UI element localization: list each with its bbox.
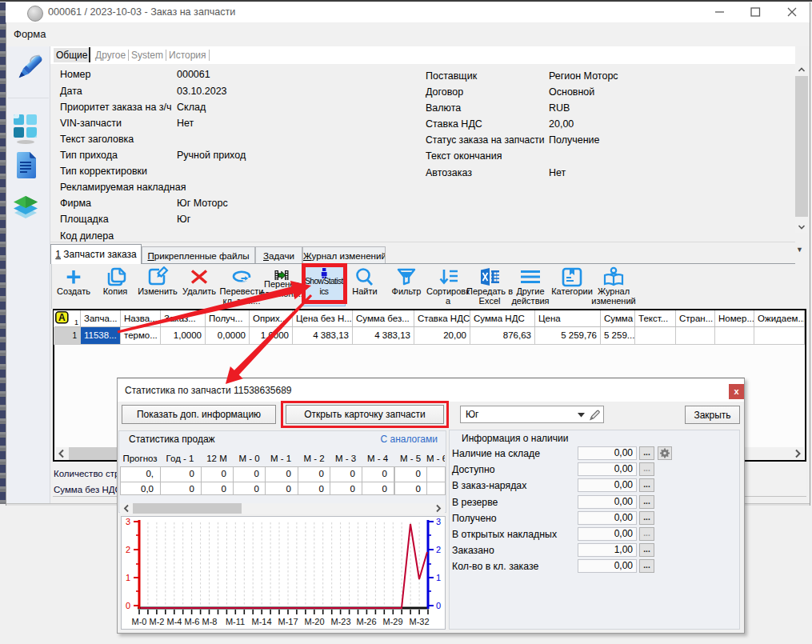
svg-text:М-11: М-11: [226, 617, 245, 626]
svg-text:М-23: М-23: [330, 617, 350, 626]
svg-text:1: 1: [126, 573, 130, 582]
svg-text:0: 0: [126, 601, 130, 610]
svg-text:М-4: М-4: [167, 617, 182, 626]
svg-text:М-20: М-20: [304, 617, 324, 626]
svg-text:М-0: М-0: [132, 617, 147, 626]
svg-text:М-32: М-32: [409, 617, 429, 626]
svg-text:0: 0: [436, 601, 441, 610]
svg-text:М-29: М-29: [382, 617, 402, 626]
svg-text:М-6: М-6: [185, 617, 200, 626]
svg-text:3: 3: [126, 517, 130, 526]
svg-text:М-14: М-14: [251, 617, 271, 626]
svg-text:2: 2: [436, 545, 441, 554]
svg-text:A: A: [58, 312, 66, 323]
svg-text:1: 1: [436, 573, 441, 582]
svg-text:2: 2: [126, 545, 130, 554]
svg-text:М-8: М-8: [202, 617, 218, 626]
svg-text:М-2: М-2: [150, 617, 165, 626]
svg-text:М-17: М-17: [278, 617, 298, 626]
svg-text:3: 3: [436, 517, 441, 526]
svg-text:М-26: М-26: [356, 617, 376, 626]
